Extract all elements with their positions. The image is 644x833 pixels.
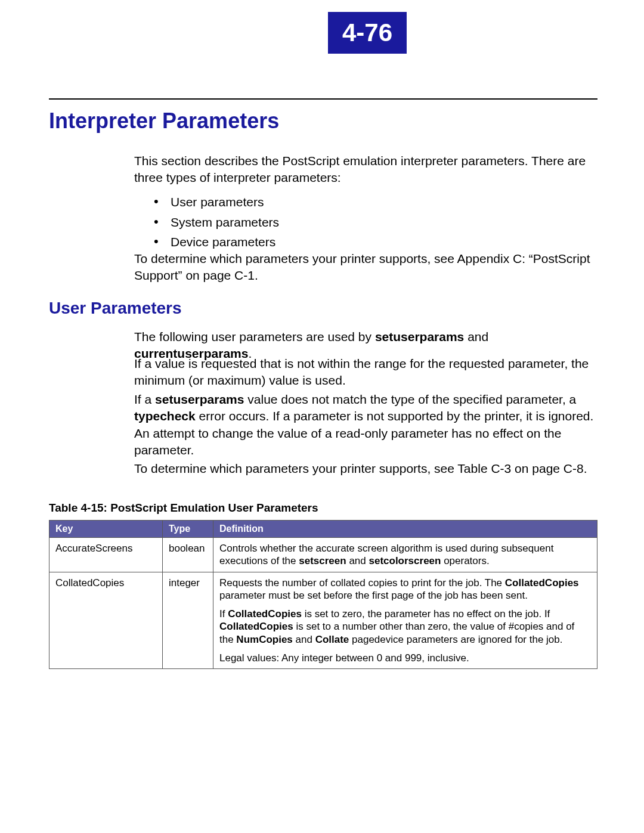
table-row: AccurateScreens boolean Controls whether… (49, 538, 597, 572)
col-header-type: Type (163, 521, 213, 538)
cell-type: boolean (163, 538, 213, 572)
table-caption: Table 4-15: PostScript Emulation User Pa… (49, 501, 318, 515)
text: value does not match the type of the spe… (244, 392, 576, 406)
page-header: 4-76 PostScript (328, 12, 602, 54)
list-item: User parameters (154, 193, 279, 212)
user-paragraph-3: If a setuserparams value does not match … (134, 391, 597, 459)
text: If (219, 608, 228, 620)
text: The following user parameters are used b… (134, 330, 375, 343)
horizontal-rule (49, 98, 597, 100)
text-bold: setcolorscreen (369, 555, 441, 566)
table-row: CollatedCopies integer Requests the numb… (49, 572, 597, 669)
page-number: 4-76 (342, 18, 392, 47)
list-item: System parameters (154, 213, 279, 232)
text: error occurs. If a parameter is not supp… (134, 409, 593, 457)
text: is set to zero, the parameter has no eff… (302, 608, 550, 620)
text: operators. (441, 555, 489, 566)
chapter-title-box: PostScript (407, 12, 524, 54)
text-bold: setuserparams (155, 392, 244, 406)
heading-2: User Parameters (49, 299, 182, 318)
col-header-definition: Definition (213, 521, 597, 538)
text-bold: typecheck (134, 409, 196, 423)
text-bold: setscreen (299, 555, 346, 566)
table-header-row: Key Type Definition (49, 521, 597, 538)
text-bold: CollatedCopies (228, 608, 302, 620)
text-bold: NumCopies (236, 634, 292, 645)
cell-definition: Controls whether the accurate screen alg… (213, 538, 597, 572)
text: If a (134, 392, 155, 406)
col-header-key: Key (49, 521, 163, 538)
heading-1: Interpreter Parameters (49, 109, 279, 134)
definition-paragraph: If CollatedCopies is set to zero, the pa… (219, 608, 591, 646)
definition-paragraph: Requests the number of collated copies t… (219, 577, 591, 602)
text-bold: CollatedCopies (219, 621, 293, 632)
page-number-box: 4-76 (328, 12, 407, 54)
cell-key: CollatedCopies (49, 572, 163, 669)
user-paragraph-2: If a value is requested that is not with… (134, 355, 597, 389)
text: parameter must be set before the first p… (219, 590, 528, 601)
user-params-table: Key Type Definition AccurateScreens bool… (49, 520, 597, 669)
text: and (293, 634, 315, 645)
text: and (346, 555, 369, 566)
list-item: Device parameters (154, 233, 279, 252)
text-bold: Collate (315, 634, 349, 645)
text-bold: setuserparams (375, 330, 464, 343)
intro-paragraph-1: This section describes the PostScript em… (134, 153, 597, 187)
text: Requests the number of collated copies t… (219, 577, 505, 589)
intro-paragraph-2: To determine which parameters your print… (134, 250, 597, 284)
bullet-list: User parameters System parameters Device… (154, 193, 279, 253)
cell-definition: Requests the number of collated copies t… (213, 572, 597, 669)
definition-paragraph: Legal values: Any integer between 0 and … (219, 652, 591, 664)
chapter-title: PostScript (422, 21, 524, 45)
text: and (464, 330, 488, 343)
cell-key: AccurateScreens (49, 538, 163, 572)
text-bold: CollatedCopies (505, 577, 579, 589)
user-paragraph-4: To determine which parameters your print… (134, 460, 597, 477)
text: pagedevice parameters are ignored for th… (349, 634, 562, 645)
cell-type: integer (163, 572, 213, 669)
